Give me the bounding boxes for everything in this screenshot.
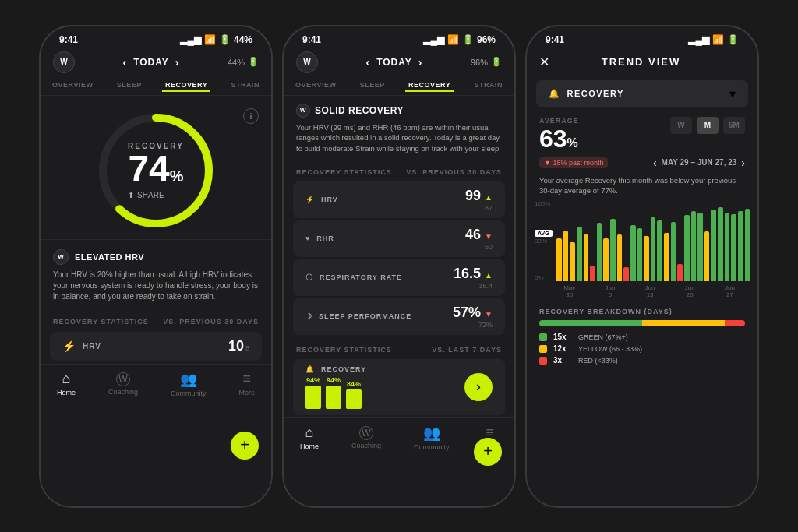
chart-bar xyxy=(603,238,609,281)
home-icon-2: ⌂ xyxy=(305,425,314,441)
status-bar-2: 9:41 ▂▄▆ 📶 🔋 96% xyxy=(284,26,514,48)
chart-bar xyxy=(684,215,690,281)
chart-bar xyxy=(644,236,649,281)
recovery-circle-container: i RECOVERY 74 % ⬆ SHARE xyxy=(41,96,271,239)
rhr-metric-icon: ♥ xyxy=(305,234,310,242)
info-icon-1[interactable]: i xyxy=(243,108,259,124)
avg-value: 63% xyxy=(539,125,579,153)
tab-strain-2[interactable]: STRAIN xyxy=(471,79,506,92)
avg-section: AVERAGE 63% xyxy=(539,117,579,153)
tab-sleep-2[interactable]: SLEEP xyxy=(357,79,388,92)
legend-row-red: 3x RED (<33%) xyxy=(539,356,745,365)
period-tabs: W M 6M xyxy=(670,117,745,134)
hrv-icon-1: ⚡ xyxy=(62,340,76,352)
chart-bar xyxy=(745,209,750,281)
close-icon[interactable]: ✕ xyxy=(539,55,549,69)
next-arrow-1[interactable]: › xyxy=(175,56,180,69)
legend-yellow-dot xyxy=(539,345,547,353)
next-arrow-2[interactable]: › xyxy=(418,56,423,69)
chart-area: 100% 33% 0% AVG xyxy=(527,200,757,294)
elevated-hrv-header: W ELEVATED HRV xyxy=(53,249,259,265)
period-tab-6m[interactable]: 6M xyxy=(723,117,745,134)
period-tab-w[interactable]: W xyxy=(670,117,692,134)
chart-bar xyxy=(651,217,656,281)
nav-more-1[interactable]: ≡ More xyxy=(238,371,255,396)
phone1-header: W ‹ TODAY › 44% 🔋 xyxy=(41,48,271,76)
hrv-metric-value-col: 99 ▲ 87 xyxy=(465,188,493,212)
solid-title: W SOLID RECOVERY xyxy=(296,104,502,118)
phone-1: 9:41 ▂▄▆ 📶 🔋 44% W ‹ TODAY › 44% 🔋 xyxy=(39,25,273,508)
chart-bar xyxy=(671,222,676,281)
whoop-logo-small-2: W xyxy=(296,104,310,118)
chart-bar xyxy=(657,220,662,281)
hrv-metric-icon: ⚡ xyxy=(305,196,315,203)
chart-bar xyxy=(691,211,697,281)
legend-red-dot xyxy=(539,357,547,365)
nav-home-2[interactable]: ⌂ Home xyxy=(300,425,319,450)
chart-bar xyxy=(725,213,730,281)
prev-arrow-1[interactable]: ‹ xyxy=(122,56,127,69)
rr-metric-row: 〇 RESPIRATORY RATE 16.5 ▲ 16.4 xyxy=(293,259,505,296)
vs-label-1: VS. PREVIOUS 30 DAYS xyxy=(163,318,259,326)
stats-label-1: RECOVERY STATISTICS xyxy=(53,318,149,326)
pct-labels: 100% 33% 0% xyxy=(535,200,550,281)
breakdown-yellow-seg xyxy=(642,320,725,326)
vs-label-2b: VS. LAST 7 DAYS xyxy=(432,346,502,354)
nav-coaching-1[interactable]: W Coaching xyxy=(108,372,138,396)
tab-overview-1[interactable]: OVERVIEW xyxy=(49,79,96,92)
rr-metric-name: 〇 RESPIRATORY RATE xyxy=(305,273,402,283)
dropdown-label: 🔔 RECOVERY xyxy=(549,89,624,99)
legend-rows: 15x GREEN (67%+) 12x YELLOW (66 - 33%) 3… xyxy=(539,333,745,365)
tab-overview-2[interactable]: OVERVIEW xyxy=(292,79,339,92)
hrv-label-1: HRV xyxy=(83,342,101,351)
chart-bar xyxy=(590,266,595,281)
elevated-hrv-title: ELEVATED HRV xyxy=(75,252,144,262)
battery-info-1: 44% 🔋 xyxy=(228,57,259,67)
status-bar-1: 9:41 ▂▄▆ 📶 🔋 44% xyxy=(41,26,271,48)
nav-community-2[interactable]: 👥 Community xyxy=(414,425,450,451)
nav-community-1[interactable]: 👥 Community xyxy=(171,371,207,397)
trend-change-badge: ▼ 18% past month xyxy=(539,157,608,168)
legend-green-dot xyxy=(539,333,547,341)
chevron-right-icon[interactable]: › xyxy=(464,373,493,401)
hrv-metric-sub: 87 xyxy=(465,204,493,212)
chart-bar xyxy=(697,213,703,281)
period-tab-m[interactable]: M xyxy=(697,117,719,134)
phone2-header: W ‹ TODAY › 96% 🔋 xyxy=(284,48,514,76)
nav-home-1[interactable]: ⌂ Home xyxy=(57,371,76,396)
tab-sleep-1[interactable]: SLEEP xyxy=(114,79,145,92)
fab-button-2[interactable]: + xyxy=(474,438,502,466)
chart-bar xyxy=(738,211,743,281)
chart-bar xyxy=(610,219,616,281)
prev-arrow-2[interactable]: ‹ xyxy=(365,56,370,69)
hrv-metric-row: ⚡ HRV 99 ▲ 87 xyxy=(293,181,505,218)
tab-recovery-2[interactable]: RECOVERY xyxy=(405,79,454,92)
share-btn-1[interactable]: ⬆ SHARE xyxy=(128,191,184,199)
tab-strain-1[interactable]: STRAIN xyxy=(228,79,263,92)
chart-bar xyxy=(584,234,589,281)
avg-tag: AVG xyxy=(535,230,553,237)
prev-date-arrow[interactable]: ‹ xyxy=(653,157,657,169)
rr-metric-sub: 16.4 xyxy=(454,282,493,290)
trend-header: ✕ TREND VIEW xyxy=(527,48,757,76)
hrv-stat-row-1: ⚡ HRV 10 8 xyxy=(50,332,262,361)
dropdown-row[interactable]: 🔔 RECOVERY ▾ xyxy=(536,80,748,107)
phone-3: 9:41 ▂▄▆ 📶 🔋 ✕ TREND VIEW 🔔 RECOVERY ▾ xyxy=(525,25,759,508)
hrv-metric-value: 99 ▲ xyxy=(465,188,493,203)
recovery-bars-label: 🔔 RECOVERY xyxy=(305,365,464,373)
chart-bars xyxy=(535,200,750,294)
rr-metric-icon: 〇 xyxy=(305,273,313,283)
date-nav-1: ‹ TODAY › xyxy=(122,56,179,69)
time-1: 9:41 xyxy=(59,34,78,45)
phones-container: 9:41 ▂▄▆ 📶 🔋 44% W ‹ TODAY › 44% 🔋 xyxy=(23,9,775,523)
tab-recovery-1[interactable]: RECOVERY xyxy=(162,79,210,92)
next-date-arrow[interactable]: › xyxy=(741,157,745,169)
solid-body: Your HRV (99 ms) and RHR (46 bpm) are wi… xyxy=(296,122,502,154)
chart-bar xyxy=(623,267,629,281)
elevated-hrv-body: Your HRV is 20% higher than usual. A hig… xyxy=(53,270,259,302)
phone-2: 9:41 ▂▄▆ 📶 🔋 96% W ‹ TODAY › 96% 🔋 xyxy=(282,25,516,508)
nav-coaching-2[interactable]: W Coaching xyxy=(351,426,381,449)
time-2: 9:41 xyxy=(302,34,321,45)
fab-button-1[interactable]: + xyxy=(231,432,259,460)
chart-bar xyxy=(704,231,710,281)
